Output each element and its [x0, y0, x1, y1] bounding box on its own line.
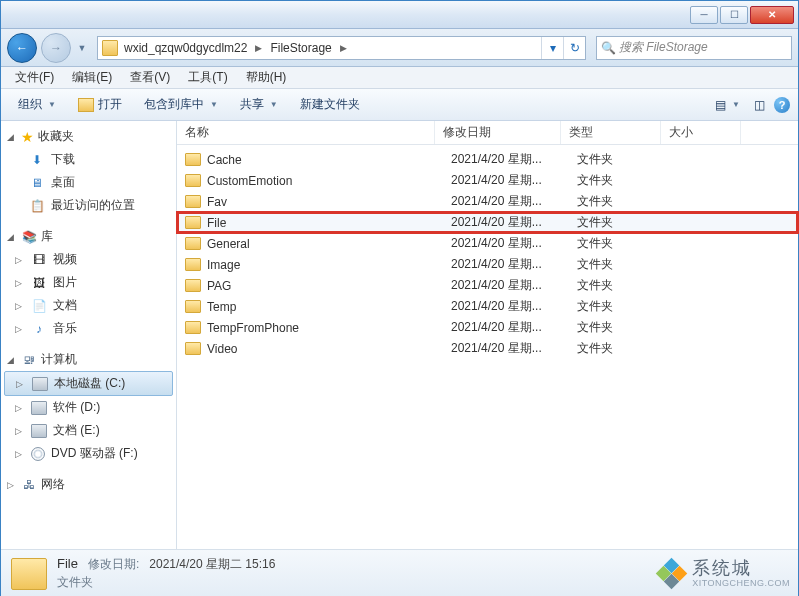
- breadcrumb-text: FileStorage: [270, 41, 331, 55]
- expand-icon[interactable]: ▷: [15, 426, 25, 436]
- chevron-down-icon: ▼: [210, 100, 218, 109]
- menu-bar: 文件(F) 编辑(E) 查看(V) 工具(T) 帮助(H): [1, 67, 798, 89]
- search-input[interactable]: 🔍 搜索 FileStorage: [596, 36, 792, 60]
- menu-help[interactable]: 帮助(H): [238, 67, 295, 88]
- file-list[interactable]: 名称 修改日期 类型 大小 Cache2021/4/20 星期...文件夹Cus…: [177, 121, 798, 549]
- tree-doc-e[interactable]: ▷ 文档 (E:): [1, 419, 176, 442]
- breadcrumb-seg-1[interactable]: wxid_qzqw0dgycdlm22 ▶: [122, 41, 268, 55]
- tree-documents[interactable]: ▷ 📄 文档: [1, 294, 176, 317]
- file-date: 2021/4/20 星期...: [451, 151, 577, 168]
- address-bar[interactable]: wxid_qzqw0dgycdlm22 ▶ FileStorage ▶ ▾ ↻: [97, 36, 586, 60]
- expand-icon[interactable]: ▷: [15, 449, 25, 459]
- tree-music[interactable]: ▷ ♪ 音乐: [1, 317, 176, 340]
- open-button[interactable]: 打开: [69, 91, 131, 118]
- column-type[interactable]: 类型: [561, 121, 661, 144]
- tree-pictures[interactable]: ▷ 🖼 图片: [1, 271, 176, 294]
- watermark-logo-icon: [658, 560, 686, 588]
- tree-downloads[interactable]: ⬇ 下载: [1, 148, 176, 171]
- history-dropdown[interactable]: ▼: [75, 35, 89, 61]
- collapse-icon[interactable]: ◢: [7, 232, 17, 242]
- file-name: CustomEmotion: [207, 174, 451, 188]
- tree-recent[interactable]: 📋 最近访问的位置: [1, 194, 176, 217]
- video-icon: 🎞: [31, 253, 47, 267]
- file-row[interactable]: Temp2021/4/20 星期...文件夹: [177, 296, 798, 317]
- watermark-cn: 系统城: [692, 559, 790, 579]
- refresh-button[interactable]: ↻: [563, 37, 585, 59]
- column-date[interactable]: 修改日期: [435, 121, 561, 144]
- column-name[interactable]: 名称: [177, 121, 435, 144]
- breadcrumb-seg-2[interactable]: FileStorage ▶: [268, 41, 352, 55]
- file-type: 文件夹: [577, 214, 677, 231]
- tree-libraries[interactable]: ◢ 📚 库: [1, 225, 176, 248]
- file-row[interactable]: General2021/4/20 星期...文件夹: [177, 233, 798, 254]
- file-row[interactable]: Cache2021/4/20 星期...文件夹: [177, 149, 798, 170]
- expand-icon[interactable]: ▷: [15, 403, 25, 413]
- file-row[interactable]: Fav2021/4/20 星期...文件夹: [177, 191, 798, 212]
- expand-icon[interactable]: ▷: [15, 301, 25, 311]
- menu-tools[interactable]: 工具(T): [180, 67, 235, 88]
- file-row[interactable]: CustomEmotion2021/4/20 星期...文件夹: [177, 170, 798, 191]
- file-row[interactable]: Image2021/4/20 星期...文件夹: [177, 254, 798, 275]
- expand-icon[interactable]: ▷: [15, 278, 25, 288]
- file-row[interactable]: TempFromPhone2021/4/20 星期...文件夹: [177, 317, 798, 338]
- menu-edit[interactable]: 编辑(E): [64, 67, 120, 88]
- file-date: 2021/4/20 星期...: [451, 340, 577, 357]
- navigation-pane[interactable]: ◢ ★ 收藏夹 ⬇ 下载 🖥 桌面 📋 最近访问的位置: [1, 121, 177, 549]
- organize-button[interactable]: 组织 ▼: [9, 91, 65, 118]
- pane-icon: ◫: [754, 98, 765, 112]
- chevron-right-icon[interactable]: ▶: [336, 43, 351, 53]
- file-type: 文件夹: [577, 319, 677, 336]
- network-label: 网络: [41, 476, 65, 493]
- file-date: 2021/4/20 星期...: [451, 235, 577, 252]
- favorites-label: 收藏夹: [38, 128, 74, 145]
- arrow-left-icon: ←: [16, 41, 28, 55]
- previous-locations-button[interactable]: ▾: [541, 37, 563, 59]
- chevron-right-icon[interactable]: ▶: [251, 43, 266, 53]
- menu-file[interactable]: 文件(F): [7, 67, 62, 88]
- view-options-button[interactable]: ▤ ▼: [710, 93, 745, 117]
- help-button[interactable]: ?: [774, 97, 790, 113]
- share-button[interactable]: 共享 ▼: [231, 91, 287, 118]
- file-row[interactable]: PAG2021/4/20 星期...文件夹: [177, 275, 798, 296]
- tree-item-label: 本地磁盘 (C:): [54, 375, 125, 392]
- document-icon: 📄: [31, 299, 47, 313]
- tree-videos[interactable]: ▷ 🎞 视频: [1, 248, 176, 271]
- file-row[interactable]: File2021/4/20 星期...文件夹: [177, 212, 798, 233]
- close-button[interactable]: ✕: [750, 6, 794, 24]
- expand-icon[interactable]: ▷: [15, 255, 25, 265]
- tree-network[interactable]: ▷ 🖧 网络: [1, 473, 176, 496]
- maximize-button[interactable]: ☐: [720, 6, 748, 24]
- expand-icon[interactable]: ▷: [7, 480, 17, 490]
- file-type: 文件夹: [577, 298, 677, 315]
- tree-dvd-f[interactable]: ▷ DVD 驱动器 (F:): [1, 442, 176, 465]
- column-size[interactable]: 大小: [661, 121, 741, 144]
- folder-icon: [185, 216, 201, 229]
- forward-button[interactable]: →: [41, 33, 71, 63]
- folder-icon: [185, 342, 201, 355]
- file-type: 文件夹: [577, 151, 677, 168]
- tree-favorites[interactable]: ◢ ★ 收藏夹: [1, 125, 176, 148]
- collapse-icon[interactable]: ◢: [7, 132, 17, 142]
- tree-soft-d[interactable]: ▷ 软件 (D:): [1, 396, 176, 419]
- file-date: 2021/4/20 星期...: [451, 298, 577, 315]
- file-row[interactable]: Video2021/4/20 星期...文件夹: [177, 338, 798, 359]
- file-date: 2021/4/20 星期...: [451, 256, 577, 273]
- back-button[interactable]: ←: [7, 33, 37, 63]
- expand-icon[interactable]: ▷: [15, 324, 25, 334]
- collapse-icon[interactable]: ◢: [7, 355, 17, 365]
- menu-view[interactable]: 查看(V): [122, 67, 178, 88]
- tree-local-c[interactable]: ▷ 本地磁盘 (C:): [4, 371, 173, 396]
- tree-desktop[interactable]: 🖥 桌面: [1, 171, 176, 194]
- minimize-button[interactable]: ─: [690, 6, 718, 24]
- file-name: Video: [207, 342, 451, 356]
- preview-pane-button[interactable]: ◫: [749, 93, 770, 117]
- new-folder-button[interactable]: 新建文件夹: [291, 91, 369, 118]
- file-date: 2021/4/20 星期...: [451, 319, 577, 336]
- picture-icon: 🖼: [31, 276, 47, 290]
- recent-icon: 📋: [29, 199, 45, 213]
- titlebar: ─ ☐ ✕: [1, 1, 798, 29]
- tree-computer[interactable]: ◢ 🖳 计算机: [1, 348, 176, 371]
- expand-icon[interactable]: ▷: [16, 379, 26, 389]
- details-type: 文件夹: [57, 575, 93, 589]
- include-button[interactable]: 包含到库中 ▼: [135, 91, 227, 118]
